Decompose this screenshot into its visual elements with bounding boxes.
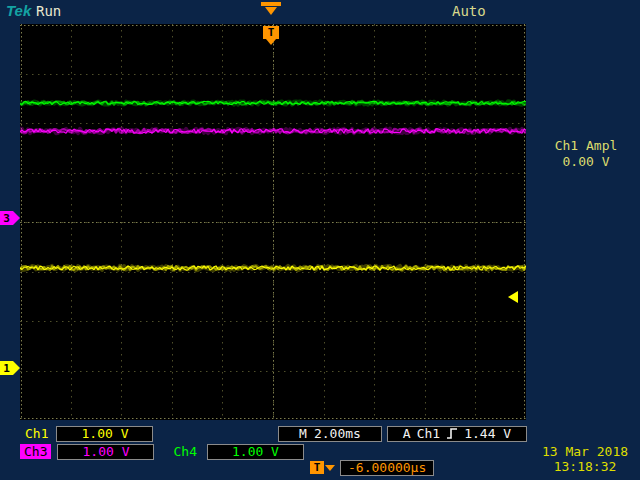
ch3-scale-box: 1.00 V <box>57 444 154 460</box>
trigger-record-bar <box>261 2 281 6</box>
trigger-position-readout: T -6.00000µs <box>310 459 434 476</box>
trigger-box: A Ch1 1.44 V <box>387 426 527 442</box>
channel-3-position-marker: 3 <box>0 211 20 225</box>
trigger-position-value: -6.00000µs <box>348 460 426 475</box>
ch4-scale-value: 1.00 V <box>232 444 279 459</box>
measurement-readout: Ch1 Ampl 0.00 V <box>534 138 638 170</box>
timebase-m-label: M <box>299 426 307 441</box>
channel-marker-arrow-icon <box>13 361 20 375</box>
rising-edge-icon <box>446 427 458 440</box>
trigger-mode-status: Auto <box>452 3 486 19</box>
ch3-scale-value: 1.00 V <box>83 444 130 459</box>
trigger-source: Ch1 <box>417 426 440 441</box>
ch1-readout: Ch1 1.00 V <box>25 425 153 442</box>
channel-marker-arrow-icon <box>13 211 20 225</box>
trigger-position-t-marker: T <box>263 26 279 45</box>
date-value: 13 Mar 2018 <box>532 444 638 459</box>
ch3-label: Ch3 <box>20 444 51 459</box>
ch1-scale-value: 1.00 V <box>82 426 129 441</box>
trigger-level-value: 1.44 V <box>464 426 511 441</box>
ch1-scale-box: 1.00 V <box>56 426 153 442</box>
measurement-value: 0.00 V <box>534 154 638 170</box>
trigger-position-t-icon: T <box>310 461 324 474</box>
ch4-label: Ch4 <box>169 444 200 459</box>
trigger-a-label: A <box>403 426 411 441</box>
waveform-display <box>20 24 526 420</box>
trigger-level-arrow-icon <box>508 291 518 303</box>
tek-logo: Tek <box>6 2 31 19</box>
time-value: 13:18:32 <box>532 459 638 474</box>
trigger-t-label: T <box>263 26 279 39</box>
channel-marker-label: 3 <box>0 211 13 225</box>
acquisition-status: Run <box>36 3 61 19</box>
trigger-position-arrow-icon <box>325 465 335 471</box>
trigger-record-position-icon <box>261 2 281 15</box>
ch1-label: Ch1 <box>25 426 48 441</box>
measurement-label: Ch1 Ampl <box>534 138 638 154</box>
timebase-trigger-readout: M 2.00ms A Ch1 1.44 V <box>278 425 527 442</box>
trigger-t-arrow-icon <box>266 39 276 45</box>
graticule <box>20 24 526 420</box>
channel-1-position-marker: 1 <box>0 361 20 375</box>
ch4-scale-box: 1.00 V <box>207 444 304 460</box>
timebase-box: M 2.00ms <box>278 426 382 442</box>
trigger-down-arrow-icon <box>265 7 277 15</box>
timebase-value: 2.00ms <box>314 426 361 441</box>
channel-marker-label: 1 <box>0 361 13 375</box>
datetime: 13 Mar 2018 13:18:32 <box>532 444 638 474</box>
ch3-ch4-readout: Ch3 1.00 V Ch4 1.00 V <box>20 443 304 460</box>
trigger-position-box: -6.00000µs <box>340 460 434 476</box>
oscilloscope-screen: Tek Run Auto T Ch1 Ampl 0.00 V Ch1 1.00 … <box>0 0 640 480</box>
